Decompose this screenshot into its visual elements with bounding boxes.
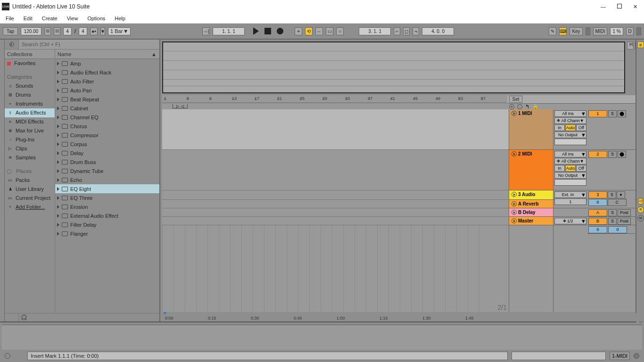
io-toggle[interactable]: I-O: [637, 198, 644, 205]
track-fold-icon[interactable]: [512, 111, 517, 116]
post-button[interactable]: Post: [618, 218, 631, 225]
track-fold-icon[interactable]: [512, 201, 517, 206]
key-map-button[interactable]: Key: [570, 27, 583, 35]
track-activator[interactable]: A: [588, 209, 607, 216]
right-panel-toggle[interactable]: ≡: [637, 41, 644, 48]
clips-area[interactable]: 2/1: [162, 109, 509, 312]
sidebar-category-plug-ins[interactable]: →Plug-Ins: [5, 135, 55, 144]
input-type[interactable]: All Ins ▼: [554, 110, 586, 117]
input-channel[interactable]: ⵐ All Chann▼: [554, 117, 586, 124]
menu-view[interactable]: View: [67, 16, 78, 21]
input-channel[interactable]: ⵐ All Chann▼: [554, 158, 586, 165]
arrangement-overview[interactable]: [162, 41, 625, 93]
input-channel[interactable]: 1: [554, 198, 586, 205]
loop-length[interactable]: 4. 0. 0: [422, 27, 454, 35]
track-header-master[interactable]: Master: [509, 217, 553, 225]
master-volume[interactable]: 0: [588, 226, 607, 233]
monitor-off[interactable]: Off: [576, 124, 586, 131]
play-button[interactable]: [253, 27, 259, 35]
monitor-in[interactable]: In: [554, 124, 565, 131]
browser-item-cabinet[interactable]: Cabinet: [55, 104, 159, 113]
browser-item-eq-eight[interactable]: EQ Eight: [55, 184, 159, 193]
sidebar-place-add-folder-[interactable]: +Add Folder...: [5, 203, 55, 212]
browser-toggle-button[interactable]: [5, 40, 19, 49]
status-message[interactable]: Insert Mark 1.1.1 (Time: 0:00): [27, 352, 508, 360]
arm-button[interactable]: ●: [617, 191, 625, 198]
browser-item-chorus[interactable]: Chorus: [55, 122, 159, 131]
browser-item-amp[interactable]: Amp: [55, 59, 159, 68]
output-type[interactable]: No Output ▼: [554, 132, 586, 138]
browser-item-echo[interactable]: Echo: [55, 175, 159, 184]
bar-ruler[interactable]: ⌐1⌐5⌐9⌐13⌐17⌐21⌐25⌐29⌐33⌐37⌐41⌐45⌐49⌐53⌐…: [162, 95, 507, 103]
loop-start[interactable]: 3. 1. 1: [359, 27, 391, 35]
browser-item-erosion[interactable]: Erosion: [55, 202, 159, 211]
metronome-menu[interactable]: ▼: [100, 27, 105, 35]
window-close-button[interactable]: ✕: [633, 4, 637, 10]
sidebar-place-packs[interactable]: ▭Packs: [5, 176, 55, 185]
content-name-header[interactable]: Name▲: [55, 49, 159, 59]
info-view-toggle[interactable]: [0, 40, 5, 321]
time-ruler[interactable]: 0:000:150:300:451:001:151:301:45: [160, 313, 644, 321]
browser-item-beat-repeat[interactable]: Beat Repeat: [55, 95, 159, 104]
sidebar-category-drums[interactable]: ⊞Drums: [5, 90, 55, 99]
sidebar-category-midi-effects[interactable]: ≡MIDI Effects: [5, 117, 55, 126]
output-channel[interactable]: [554, 179, 586, 186]
sidebar-category-instruments[interactable]: ⌁Instruments: [5, 99, 55, 108]
overload-indicator[interactable]: D: [626, 27, 634, 35]
output-type[interactable]: ⵐ 1/2 ▼: [554, 218, 586, 224]
signature-den[interactable]: 4: [79, 27, 87, 35]
browser-item-flanger[interactable]: Flanger: [55, 229, 159, 238]
cue-volume[interactable]: 0: [608, 226, 627, 233]
track-fold-icon[interactable]: [512, 218, 517, 223]
track-header-3-audio[interactable]: 3 Audio: [509, 190, 553, 200]
status-back-button[interactable]: [5, 353, 10, 359]
menu-edit[interactable]: Edit: [24, 16, 33, 21]
browser-waveform-toggle[interactable]: [5, 313, 19, 321]
browser-item-audio-effect-rack[interactable]: Audio Effect Rack: [55, 68, 159, 77]
stop-clips-icon[interactable]: -: [517, 104, 522, 109]
record-button[interactable]: [277, 28, 283, 34]
solo-button[interactable]: S: [608, 110, 617, 117]
clip-row[interactable]: [162, 109, 509, 150]
tap-tempo-button[interactable]: Tap: [3, 27, 18, 35]
arrange-position[interactable]: 1. 1. 1: [213, 27, 245, 35]
input-type[interactable]: All Ins ▼: [554, 151, 586, 157]
session-record[interactable]: ○: [336, 27, 344, 35]
arm-button[interactable]: ⬤: [618, 110, 626, 117]
metronome-nudge-up[interactable]: ⦀⦀: [54, 27, 60, 35]
browser-item-delay[interactable]: Delay: [55, 148, 159, 157]
browser-item-channel-eq[interactable]: Channel EQ: [55, 113, 159, 122]
metronome-nudge-down[interactable]: ⦀⦀: [44, 27, 51, 35]
input-type[interactable]: Ext. In ▼: [554, 191, 586, 198]
sidebar-category-audio-effects[interactable]: ⦀Audio Effects: [5, 108, 55, 117]
monitor-in[interactable]: In: [554, 165, 565, 172]
clip-row[interactable]: [162, 190, 509, 200]
re-enable-automation[interactable]: ←: [315, 27, 323, 35]
sidebar-category-sounds[interactable]: ♫Sounds: [5, 82, 55, 90]
status-fwd-button[interactable]: [634, 353, 639, 359]
stop-button[interactable]: [264, 28, 271, 34]
punch-out[interactable]: ¬: [413, 27, 419, 35]
loop-brace[interactable]: ▷ ◁: [173, 104, 188, 108]
mixer-toggle[interactable]: M: [637, 215, 644, 222]
returns-toggle[interactable]: R: [637, 206, 644, 213]
solo-button[interactable]: S: [608, 191, 616, 198]
track-fold-icon[interactable]: [512, 210, 517, 215]
automation-arm-button[interactable]: ⟲: [305, 27, 313, 35]
monitor-off[interactable]: Off: [576, 165, 586, 172]
track-header-2-midi[interactable]: 2 MIDI: [509, 150, 553, 190]
browser-item-filter-delay[interactable]: Filter Delay: [55, 220, 159, 229]
browser-item-dynamic-tube[interactable]: Dynamic Tube: [55, 166, 159, 175]
track-activator[interactable]: 1: [588, 110, 607, 117]
output-channel[interactable]: [554, 139, 586, 145]
track-header-a-reverb[interactable]: A Reverb: [509, 200, 553, 208]
lock-icon[interactable]: 🔒: [532, 104, 539, 110]
draw-mode-button[interactable]: ✎: [549, 27, 556, 35]
monitor-auto[interactable]: Auto: [565, 124, 576, 131]
menu-options[interactable]: Options: [87, 16, 105, 21]
set-button[interactable]: Set: [509, 96, 522, 103]
browser-item-corpus[interactable]: Corpus: [55, 140, 159, 148]
quantize-field[interactable]: 1 Bar▼: [108, 27, 131, 35]
midi-map-button[interactable]: MIDI: [593, 27, 607, 35]
menu-create[interactable]: Create: [42, 16, 58, 21]
